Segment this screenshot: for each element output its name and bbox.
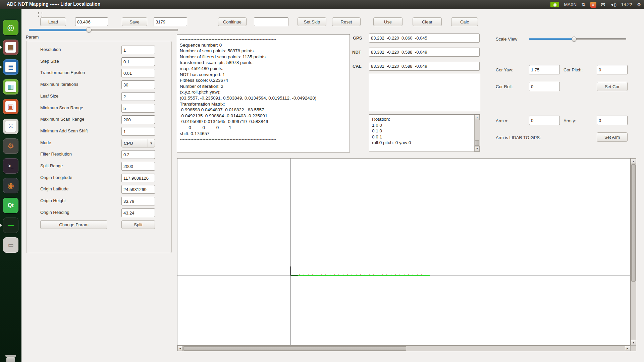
rotation-scroll-thumb[interactable] <box>475 140 479 146</box>
launcher-icon-file-cabinet[interactable]: ▤ <box>3 40 18 55</box>
param-field-step-size[interactable]: 0.1 <box>121 57 155 66</box>
arm-y-field[interactable]: 0 <box>597 116 628 125</box>
launcher-icon-lidar-mapping-app[interactable]: — <box>3 218 18 233</box>
rotation-scroll-up-icon[interactable]: ▲ <box>475 115 480 120</box>
trash-icon[interactable] <box>5 354 17 362</box>
param-field-origin-longitude[interactable]: 117.9688126 <box>121 174 155 182</box>
param-label-origin-longitude: Origin Longitude <box>40 175 72 180</box>
save-button[interactable]: Save <box>122 17 147 26</box>
libreoffice-impress-icon: ▣ <box>8 103 14 110</box>
save-value-field[interactable]: 3179 <box>154 17 187 26</box>
param-field-resolution[interactable]: 1 <box>121 46 155 54</box>
arm-x-label: Arm x: <box>496 118 508 123</box>
volume-icon[interactable]: ◄)) <box>610 2 616 7</box>
clock[interactable]: 14:22 <box>621 2 632 7</box>
launcher-icon-gray-device-app[interactable]: ▭ <box>3 237 18 253</box>
param-label-maximum-iterations: Maximum Iterations <box>40 82 78 87</box>
arm-note-label: Arm is LIDAR TO GPS: <box>496 135 541 140</box>
launcher-icon-libreoffice-writer[interactable]: ≣ <box>3 59 18 75</box>
param-field-leaf-size[interactable]: 2 <box>121 92 155 101</box>
launcher-icon-dark-circle-app[interactable]: ◉ <box>3 178 18 193</box>
set-skip-button[interactable]: Set Skip <box>298 17 326 26</box>
scale-view-slider-handle[interactable] <box>572 37 577 42</box>
running-indicator-arrow <box>0 65 2 69</box>
skip-value-field[interactable] <box>254 17 288 26</box>
file-cabinet-icon: ▤ <box>8 44 14 51</box>
network-arrows-icon[interactable]: ⇅ <box>581 2 586 8</box>
reset-button[interactable]: Reset <box>332 17 361 26</box>
param-field-minimum-scan-range[interactable]: 5 <box>121 104 155 113</box>
param-label-split-range: Split Range <box>40 163 63 168</box>
canvas-vscroll-thumb[interactable] <box>631 164 636 282</box>
load-button[interactable]: Load <box>40 17 66 26</box>
launcher-icon-qt-creator[interactable]: Qt <box>3 198 18 213</box>
param-field-maximum-iterations[interactable]: 30 <box>121 80 155 89</box>
param-label-origin-latitude: Origin Latitude <box>40 186 69 191</box>
param-label-leaf-size: Leaf Size <box>40 94 58 99</box>
param-label-step-size: Step Size <box>40 59 59 64</box>
set-arm-button[interactable]: Set Arm <box>597 132 628 142</box>
launcher-icon-ubuntu-dash[interactable]: ◎ <box>3 20 18 35</box>
canvas-scroll-up-icon[interactable]: ▲ <box>631 159 636 164</box>
launcher-icon-libreoffice-calc[interactable]: ▦ <box>3 79 18 95</box>
param-field-filter-resolution[interactable]: 0.2 <box>121 150 155 159</box>
ndt-log-textarea[interactable]: ----------------------------------------… <box>177 34 350 153</box>
toolbar-handle[interactable] <box>38 12 42 17</box>
gps-label: GPS <box>353 36 362 41</box>
rotation-textarea[interactable]: Rotation: 1 0 0 0 1 0 0 0 1 roll:0 pitch… <box>369 114 480 152</box>
param-label-origin-height: Origin Height <box>40 198 66 203</box>
canvas-vscrollbar[interactable]: ▲ ▼ <box>631 158 636 346</box>
system-titlebar: ADC NDT Mapping ------ Lidar Localizatio… <box>0 0 644 9</box>
param-field-origin-heading[interactable]: 43.24 <box>121 208 155 217</box>
cor-yaw-field[interactable]: 1.75 <box>529 65 560 74</box>
param-field-origin-height[interactable]: 33.79 <box>121 197 155 205</box>
param-label-transformation-epsilon: Transformation Epsilon <box>40 70 85 75</box>
gps-pose-field[interactable]: 83.232 -0.220 0.860 -0.045 <box>369 34 480 43</box>
launcher-icon-ubuntu-software[interactable]: ⁙ <box>3 119 18 134</box>
canvas-scroll-left-icon[interactable]: ◀ <box>177 346 183 351</box>
system-tray: ◉ MAXN ⇅ # ✉ ◄)) 14:22 ⚙ <box>550 0 641 9</box>
param-field-origin-latitude[interactable]: 24.5931269 <box>121 185 155 194</box>
canvas-hscrollbar[interactable]: ◀ ▶ <box>177 346 631 351</box>
set-cor-button[interactable]: Set Cor <box>597 82 628 91</box>
nvidia-icon[interactable]: ◉ <box>550 2 559 7</box>
ndt-pose-field[interactable]: 83.382 -0.220 0.588 -0.049 <box>369 48 480 57</box>
rotation-scrollbar[interactable]: ▲ ▼ <box>474 115 480 152</box>
param-combo-mode[interactable]: CPU▼ <box>121 139 155 147</box>
cor-roll-label: Cor Roll: <box>496 84 513 89</box>
map-progress-slider-handle[interactable] <box>86 27 92 33</box>
session-gear-icon[interactable]: ⚙ <box>637 2 641 8</box>
mail-icon[interactable]: ✉ <box>601 2 605 8</box>
param-field-split-range[interactable]: 2000 <box>121 162 155 171</box>
clear-button[interactable]: Clear <box>413 17 442 26</box>
gpu-mode-indicator[interactable]: MAXN <box>564 2 577 7</box>
canvas-scroll-right-icon[interactable]: ▶ <box>625 346 630 351</box>
canvas-hscroll-thumb[interactable] <box>183 346 406 351</box>
ndt-label: NDT <box>352 50 361 55</box>
launcher-icon-libreoffice-impress[interactable]: ▣ <box>3 99 18 114</box>
cal-pose-field[interactable]: 83.382 -0.220 0.588 -0.049 <box>369 62 480 71</box>
use-button[interactable]: Use <box>373 17 402 26</box>
cor-pitch-field[interactable]: 0 <box>597 65 628 74</box>
param-field-minimum-add-scan-shift[interactable]: 1 <box>121 127 155 136</box>
cor-pitch-label: Cor Pitch: <box>564 67 583 72</box>
param-field-maximum-scan-range[interactable]: 200 <box>121 115 155 124</box>
cor-roll-field[interactable]: 0 <box>529 82 560 91</box>
split-button[interactable]: Split <box>121 220 155 229</box>
rotation-scroll-down-icon[interactable]: ▼ <box>475 146 480 151</box>
arm-x-field[interactable]: 0 <box>529 116 560 125</box>
launcher-icon-terminal[interactable]: >_ <box>3 158 18 174</box>
input-method-icon[interactable]: # <box>590 2 596 8</box>
change-param-button[interactable]: Change Param <box>40 220 107 229</box>
map-canvas[interactable] <box>177 158 631 346</box>
scale-view-label: Scale View <box>496 37 517 42</box>
canvas-vertical-axis <box>290 159 291 345</box>
calc-button[interactable]: Calc <box>451 17 478 26</box>
param-label-origin-heading: Origin Heading <box>40 210 69 215</box>
cal-label: CAL <box>353 64 362 69</box>
load-value-field[interactable]: 83.406 <box>75 17 108 26</box>
param-field-transformation-epsilon[interactable]: 0.01 <box>121 69 155 77</box>
canvas-scroll-down-icon[interactable]: ▼ <box>631 340 636 345</box>
launcher-icon-system-settings[interactable]: ⚙ <box>3 138 18 154</box>
continue-button[interactable]: Conitinue <box>218 17 247 26</box>
